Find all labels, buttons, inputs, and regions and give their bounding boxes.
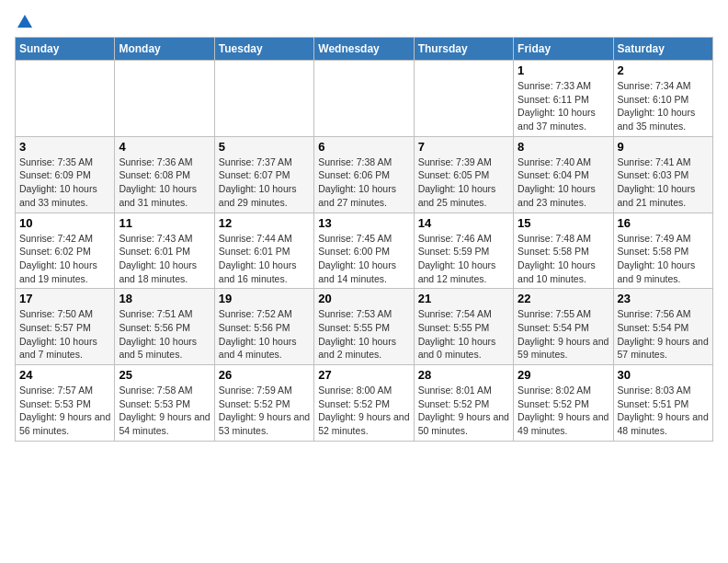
calendar-cell: 22Sunrise: 7:55 AM Sunset: 5:54 PM Dayli… bbox=[514, 289, 613, 365]
day-info: Sunrise: 7:45 AM Sunset: 6:00 PM Dayligh… bbox=[318, 232, 409, 286]
weekday-header: Monday bbox=[115, 38, 214, 61]
day-info: Sunrise: 7:51 AM Sunset: 5:56 PM Dayligh… bbox=[119, 307, 210, 362]
day-number: 25 bbox=[119, 368, 210, 382]
day-number: 24 bbox=[19, 368, 110, 382]
day-info: Sunrise: 7:42 AM Sunset: 6:02 PM Dayligh… bbox=[19, 232, 110, 286]
calendar-cell: 8Sunrise: 7:40 AM Sunset: 6:04 PM Daylig… bbox=[514, 136, 613, 213]
calendar-table: SundayMondayTuesdayWednesdayThursdayFrid… bbox=[15, 37, 713, 442]
day-info: Sunrise: 8:02 AM Sunset: 5:52 PM Dayligh… bbox=[518, 384, 609, 438]
calendar-cell: 12Sunrise: 7:44 AM Sunset: 6:01 PM Dayli… bbox=[214, 213, 313, 289]
day-number: 3 bbox=[19, 140, 110, 154]
day-number: 1 bbox=[518, 63, 609, 77]
day-info: Sunrise: 7:59 AM Sunset: 5:52 PM Dayligh… bbox=[219, 384, 310, 438]
day-info: Sunrise: 7:58 AM Sunset: 5:53 PM Dayligh… bbox=[119, 384, 210, 438]
calendar-cell: 11Sunrise: 7:43 AM Sunset: 6:01 PM Dayli… bbox=[115, 213, 214, 289]
calendar-week-row: 17Sunrise: 7:50 AM Sunset: 5:57 PM Dayli… bbox=[16, 289, 713, 365]
calendar-cell: 16Sunrise: 7:49 AM Sunset: 5:58 PM Dayli… bbox=[613, 213, 712, 289]
calendar-cell: 6Sunrise: 7:38 AM Sunset: 6:06 PM Daylig… bbox=[314, 136, 414, 213]
day-number: 8 bbox=[518, 140, 609, 154]
day-info: Sunrise: 7:48 AM Sunset: 5:58 PM Dayligh… bbox=[518, 232, 609, 286]
day-info: Sunrise: 7:43 AM Sunset: 6:01 PM Dayligh… bbox=[119, 232, 210, 286]
day-info: Sunrise: 7:40 AM Sunset: 6:04 PM Dayligh… bbox=[518, 155, 609, 210]
page-header bbox=[15, 15, 713, 26]
calendar-week-row: 1Sunrise: 7:33 AM Sunset: 6:11 PM Daylig… bbox=[16, 61, 713, 137]
day-number: 11 bbox=[119, 216, 210, 230]
day-info: Sunrise: 7:52 AM Sunset: 5:56 PM Dayligh… bbox=[219, 307, 310, 362]
weekday-header: Sunday bbox=[16, 38, 115, 61]
logo-triangle-icon bbox=[17, 13, 33, 29]
day-number: 12 bbox=[219, 216, 310, 230]
calendar-cell: 23Sunrise: 7:56 AM Sunset: 5:54 PM Dayli… bbox=[613, 289, 712, 365]
day-number: 17 bbox=[19, 292, 110, 305]
day-info: Sunrise: 8:03 AM Sunset: 5:51 PM Dayligh… bbox=[618, 384, 709, 438]
calendar-cell: 17Sunrise: 7:50 AM Sunset: 5:57 PM Dayli… bbox=[16, 289, 115, 365]
day-number: 26 bbox=[219, 368, 310, 382]
day-number: 4 bbox=[119, 140, 210, 154]
day-number: 10 bbox=[19, 216, 110, 230]
calendar-cell: 25Sunrise: 7:58 AM Sunset: 5:53 PM Dayli… bbox=[115, 365, 214, 442]
calendar-cell: 9Sunrise: 7:41 AM Sunset: 6:03 PM Daylig… bbox=[613, 136, 712, 213]
calendar-cell: 24Sunrise: 7:57 AM Sunset: 5:53 PM Dayli… bbox=[16, 365, 115, 442]
day-info: Sunrise: 7:56 AM Sunset: 5:54 PM Dayligh… bbox=[618, 307, 709, 362]
day-info: Sunrise: 7:54 AM Sunset: 5:55 PM Dayligh… bbox=[418, 307, 509, 362]
day-info: Sunrise: 7:36 AM Sunset: 6:08 PM Dayligh… bbox=[119, 155, 210, 210]
day-number: 27 bbox=[318, 368, 409, 382]
svg-marker-0 bbox=[17, 15, 32, 28]
day-number: 28 bbox=[418, 368, 509, 382]
day-info: Sunrise: 7:57 AM Sunset: 5:53 PM Dayligh… bbox=[19, 384, 110, 438]
day-number: 9 bbox=[618, 140, 709, 154]
day-info: Sunrise: 8:01 AM Sunset: 5:52 PM Dayligh… bbox=[418, 384, 509, 438]
day-number: 5 bbox=[219, 140, 310, 154]
calendar-cell bbox=[414, 61, 513, 137]
day-info: Sunrise: 7:46 AM Sunset: 5:59 PM Dayligh… bbox=[418, 232, 509, 286]
day-number: 20 bbox=[318, 292, 409, 305]
calendar-cell: 1Sunrise: 7:33 AM Sunset: 6:11 PM Daylig… bbox=[514, 61, 613, 137]
weekday-header: Wednesday bbox=[314, 38, 414, 61]
calendar-cell: 2Sunrise: 7:34 AM Sunset: 6:10 PM Daylig… bbox=[613, 61, 712, 137]
weekday-header: Friday bbox=[514, 38, 613, 61]
day-info: Sunrise: 7:38 AM Sunset: 6:06 PM Dayligh… bbox=[318, 155, 409, 210]
day-number: 23 bbox=[618, 292, 709, 305]
calendar-week-row: 3Sunrise: 7:35 AM Sunset: 6:09 PM Daylig… bbox=[16, 136, 713, 213]
day-info: Sunrise: 7:44 AM Sunset: 6:01 PM Dayligh… bbox=[219, 232, 310, 286]
calendar-cell: 13Sunrise: 7:45 AM Sunset: 6:00 PM Dayli… bbox=[314, 213, 414, 289]
calendar-cell bbox=[115, 61, 214, 137]
day-info: Sunrise: 7:53 AM Sunset: 5:55 PM Dayligh… bbox=[318, 307, 409, 362]
calendar-cell: 5Sunrise: 7:37 AM Sunset: 6:07 PM Daylig… bbox=[214, 136, 313, 213]
weekday-header: Thursday bbox=[414, 38, 513, 61]
day-number: 19 bbox=[219, 292, 310, 305]
day-number: 6 bbox=[318, 140, 409, 154]
calendar-week-row: 24Sunrise: 7:57 AM Sunset: 5:53 PM Dayli… bbox=[16, 365, 713, 442]
day-info: Sunrise: 7:49 AM Sunset: 5:58 PM Dayligh… bbox=[618, 232, 709, 286]
day-number: 16 bbox=[618, 216, 709, 230]
day-number: 2 bbox=[618, 63, 709, 77]
calendar-cell: 29Sunrise: 8:02 AM Sunset: 5:52 PM Dayli… bbox=[514, 365, 613, 442]
weekday-header: Saturday bbox=[613, 38, 712, 61]
day-number: 18 bbox=[119, 292, 210, 305]
calendar-cell: 3Sunrise: 7:35 AM Sunset: 6:09 PM Daylig… bbox=[16, 136, 115, 213]
day-number: 13 bbox=[318, 216, 409, 230]
day-info: Sunrise: 8:00 AM Sunset: 5:52 PM Dayligh… bbox=[318, 384, 409, 438]
calendar-cell: 27Sunrise: 8:00 AM Sunset: 5:52 PM Dayli… bbox=[314, 365, 414, 442]
day-info: Sunrise: 7:34 AM Sunset: 6:10 PM Dayligh… bbox=[618, 79, 709, 133]
day-info: Sunrise: 7:37 AM Sunset: 6:07 PM Dayligh… bbox=[219, 155, 310, 210]
calendar-cell: 19Sunrise: 7:52 AM Sunset: 5:56 PM Dayli… bbox=[214, 289, 313, 365]
day-number: 15 bbox=[518, 216, 609, 230]
day-info: Sunrise: 7:39 AM Sunset: 6:05 PM Dayligh… bbox=[418, 155, 509, 210]
calendar-cell bbox=[16, 61, 115, 137]
day-info: Sunrise: 7:33 AM Sunset: 6:11 PM Dayligh… bbox=[518, 79, 609, 133]
calendar-cell: 28Sunrise: 8:01 AM Sunset: 5:52 PM Dayli… bbox=[414, 365, 513, 442]
calendar-header-row: SundayMondayTuesdayWednesdayThursdayFrid… bbox=[16, 38, 713, 61]
day-info: Sunrise: 7:50 AM Sunset: 5:57 PM Dayligh… bbox=[19, 307, 110, 362]
day-info: Sunrise: 7:55 AM Sunset: 5:54 PM Dayligh… bbox=[518, 307, 609, 362]
day-number: 21 bbox=[418, 292, 509, 305]
day-number: 30 bbox=[618, 368, 709, 382]
day-number: 14 bbox=[418, 216, 509, 230]
calendar-cell: 10Sunrise: 7:42 AM Sunset: 6:02 PM Dayli… bbox=[16, 213, 115, 289]
calendar-cell bbox=[314, 61, 414, 137]
calendar-cell: 20Sunrise: 7:53 AM Sunset: 5:55 PM Dayli… bbox=[314, 289, 414, 365]
calendar-cell: 26Sunrise: 7:59 AM Sunset: 5:52 PM Dayli… bbox=[214, 365, 313, 442]
calendar-cell: 4Sunrise: 7:36 AM Sunset: 6:08 PM Daylig… bbox=[115, 136, 214, 213]
day-info: Sunrise: 7:35 AM Sunset: 6:09 PM Dayligh… bbox=[19, 155, 110, 210]
calendar-cell: 15Sunrise: 7:48 AM Sunset: 5:58 PM Dayli… bbox=[514, 213, 613, 289]
